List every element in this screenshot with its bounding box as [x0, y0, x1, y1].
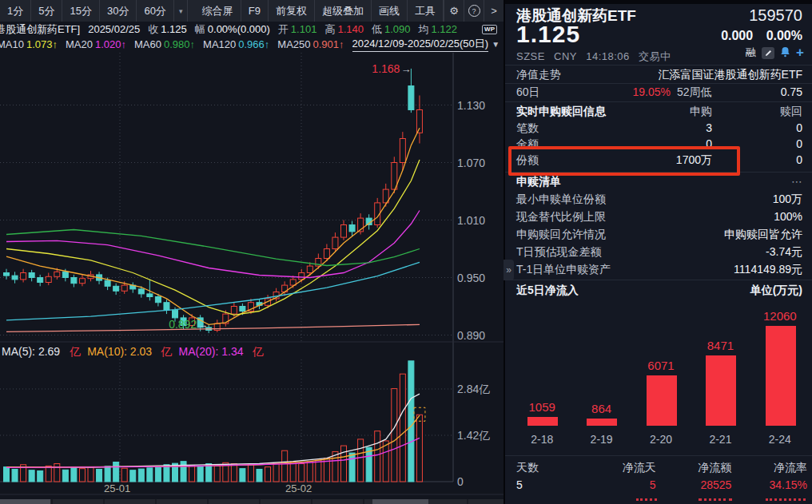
volume-bar — [62, 470, 68, 482]
edit-pencil-icon[interactable] — [762, 47, 774, 59]
volume-bar — [375, 431, 380, 482]
volume-bar — [38, 471, 43, 482]
volume-bar — [231, 464, 237, 482]
bar — [587, 419, 617, 426]
svg-text:25-02: 25-02 — [285, 482, 312, 494]
d60-change: 19.05% — [564, 85, 671, 100]
instrument-name: 港股通创新药ETF] — [0, 22, 80, 37]
panel-top-strip — [505, 0, 812, 4]
clipped-next-row — [636, 498, 657, 504]
bar — [527, 417, 558, 426]
volume-bar — [71, 468, 77, 482]
panel-collapse-handle[interactable]: » — [504, 260, 514, 280]
flow-bar-2-20[interactable]: 60712-20 — [631, 300, 691, 452]
clipped-next-row — [699, 498, 732, 504]
svg-text:1.168: 1.168 — [372, 62, 400, 75]
period-button-60分[interactable]: 60分 — [137, 0, 173, 22]
volume-bar — [358, 439, 364, 482]
svg-text:亿: 亿 — [69, 345, 81, 358]
flow-bar-2-24[interactable]: 120602-24 — [750, 300, 810, 452]
open-value: 1.101 — [291, 23, 317, 35]
fund-full-name: 汇添富国证港股通创新药ETF — [659, 68, 802, 82]
svg-text:1.42亿: 1.42亿 — [457, 429, 490, 442]
list-title: 申赎清单 — [516, 175, 561, 189]
volume-bar — [400, 374, 405, 482]
volume-bar — [197, 466, 203, 482]
volume-bar — [189, 466, 195, 482]
period-button-1分[interactable]: 1分 — [0, 0, 31, 22]
volume-bar — [307, 462, 312, 482]
volume-bar — [113, 462, 119, 482]
menu-button-综合屏[interactable]: 综合屏 — [195, 0, 241, 22]
bar-value: 1059 — [512, 400, 571, 414]
price-change: 0.000 0.00% — [711, 29, 802, 43]
bar — [647, 375, 677, 426]
bar-value: 12060 — [750, 309, 810, 323]
bar — [706, 355, 736, 426]
exchange-label: SZSE — [516, 50, 545, 62]
open-label: 开 — [278, 22, 289, 37]
volume-bar — [29, 470, 34, 482]
volume-bar — [349, 453, 355, 482]
bar — [766, 326, 796, 426]
flow-bar-2-21[interactable]: 84712-21 — [691, 300, 750, 452]
avg-label: 均 — [419, 22, 429, 37]
period-button-15分[interactable]: 15分 — [62, 0, 99, 22]
detail-panel: 港股通创新药ETF 159570 1.125 0.000 0.00% SZSE … — [504, 0, 812, 504]
menu-button-工具[interactable]: 工具 — [408, 0, 444, 22]
chevron-down-icon[interactable]: ▼ — [492, 40, 500, 49]
panel-action-icons: 融 + — [746, 46, 804, 59]
volume-bar — [299, 464, 304, 482]
ma-legend-bar: MA101.073↑MA201.020↑MA600.980↑MA1200.966… — [0, 37, 504, 52]
volume-bar — [265, 467, 271, 482]
ma-legend-MA60: MA600.980↑ — [134, 38, 195, 50]
flow-bar-2-18[interactable]: 10592-18 — [512, 300, 571, 452]
ma-legend-MA250: MA2500.901↑ — [277, 38, 344, 50]
svg-text:2.84亿: 2.84亿 — [457, 383, 490, 395]
expand-toolbar-icon[interactable]: > — [484, 0, 504, 22]
svg-text:0: 0 — [457, 475, 464, 488]
menu-button-F9[interactable]: F9 — [241, 0, 269, 22]
svg-text:亿: 亿 — [161, 345, 173, 358]
volume-bar — [147, 468, 153, 482]
gear-icon[interactable]: ⚙ — [444, 0, 464, 22]
volume-bar — [383, 441, 388, 482]
volume-bar — [12, 469, 18, 482]
kline-volume-chart[interactable]: 1.1301.0701.0100.9500.8902.84亿1.42亿01.16… — [0, 53, 504, 504]
help-icon[interactable]: ? — [464, 0, 484, 22]
ma-legend-items: MA101.073↑MA201.020↑MA600.980↑MA1200.966… — [0, 38, 352, 50]
period-button-30分[interactable]: 30分 — [100, 0, 137, 22]
wp-badge-icon[interactable]: WP — [482, 25, 497, 34]
more-ellipsis-icon[interactable]: ⋯ — [791, 175, 802, 189]
list-header-row[interactable]: 申赎清单 ⋯ — [516, 174, 802, 190]
table-header-row: 天数 净流天 净流额 净流率 — [516, 459, 807, 476]
quote-info-bar: 港股通创新药ETF] 2025/02/25 收1.125 幅0.00%(0.00… — [0, 22, 504, 37]
period-buttons: 1分5分15分30分60分 — [0, 0, 174, 22]
volume-bar — [282, 450, 288, 482]
volume-bar — [341, 446, 347, 482]
col-redeem: 赎回 — [712, 105, 802, 119]
menu-button-超级叠加[interactable]: 超级叠加 — [315, 0, 372, 22]
bar-value: 6071 — [631, 359, 691, 372]
flow-bar-2-19[interactable]: 8642-19 — [571, 300, 631, 452]
volume-bar — [257, 469, 262, 482]
date-range-selector[interactable]: 2024/12/09-2025/02/25(50日) — [352, 37, 489, 52]
period-button-5分[interactable]: 5分 — [31, 0, 62, 22]
alert-bell-icon[interactable] — [780, 46, 790, 60]
trading-status: 交易中 — [639, 50, 671, 62]
last-price: 1.125 — [516, 21, 580, 48]
table-row[interactable]: 5 5 28525 34.15% — [516, 476, 807, 493]
volume-bar — [155, 467, 161, 482]
list-row: 最小申赎单位份额 100万 — [516, 192, 802, 208]
menu-button-画线[interactable]: 画线 — [372, 0, 408, 22]
nav-trend-row[interactable]: 净值走势 汇添富国证港股通创新药ETF — [516, 67, 802, 83]
volume-bar — [164, 465, 169, 482]
add-plus-icon[interactable]: + — [796, 47, 804, 58]
high-label: 高 — [324, 22, 335, 37]
period-dropdown-caret-icon[interactable]: ▾ — [174, 0, 189, 22]
week52-low-value: 0.75 — [738, 85, 802, 100]
flow-unit: 单位(万元) — [750, 284, 802, 298]
menu-button-前复权[interactable]: 前复权 — [269, 0, 315, 22]
svg-text:1.070: 1.070 — [457, 157, 485, 169]
volume-bar — [138, 469, 144, 482]
